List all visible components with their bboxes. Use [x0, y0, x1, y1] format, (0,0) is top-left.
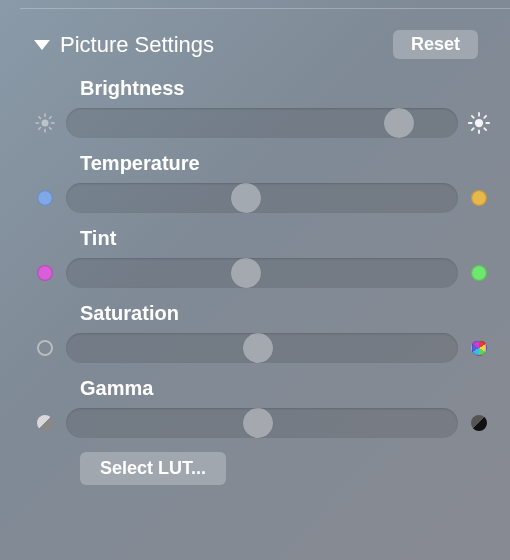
svg-line-5 [39, 117, 41, 119]
brightness-control: Brightness [20, 77, 490, 138]
svg-line-17 [484, 116, 486, 118]
brightness-slider[interactable] [66, 108, 458, 138]
gamma-label: Gamma [80, 377, 490, 400]
svg-line-15 [484, 128, 486, 130]
section-title: Picture Settings [60, 32, 385, 58]
saturation-control: Saturation [20, 302, 490, 363]
brightness-slider-thumb[interactable] [384, 108, 414, 138]
lut-row: Select LUT... [20, 452, 490, 485]
section-header: Picture Settings Reset [20, 30, 490, 59]
divider-line [20, 8, 510, 9]
svg-line-6 [50, 128, 52, 130]
gamma-control: Gamma [20, 377, 490, 438]
green-dot-icon [468, 262, 490, 284]
temperature-control: Temperature [20, 152, 490, 213]
temperature-slider[interactable] [66, 183, 458, 213]
gamma-slider[interactable] [66, 408, 458, 438]
gray-dot-icon [34, 337, 56, 359]
svg-point-9 [475, 119, 483, 127]
tint-control: Tint [20, 227, 490, 288]
saturation-slider-thumb[interactable] [243, 333, 273, 363]
temperature-label: Temperature [80, 152, 490, 175]
tint-label: Tint [80, 227, 490, 250]
warm-dot-icon [468, 187, 490, 209]
svg-point-0 [42, 120, 49, 127]
gamma-light-icon [34, 412, 56, 434]
svg-line-7 [39, 128, 41, 130]
svg-line-16 [472, 128, 474, 130]
dim-sun-icon [34, 112, 56, 134]
bright-sun-icon [468, 112, 490, 134]
saturation-label: Saturation [80, 302, 490, 325]
temperature-slider-thumb[interactable] [231, 183, 261, 213]
saturation-slider[interactable] [66, 333, 458, 363]
magenta-dot-icon [34, 262, 56, 284]
gamma-dark-icon [468, 412, 490, 434]
picture-settings-panel: Picture Settings Reset Brightness [0, 0, 510, 485]
reset-button[interactable]: Reset [393, 30, 478, 59]
color-wheel-icon [468, 337, 490, 359]
select-lut-button[interactable]: Select LUT... [80, 452, 226, 485]
tint-slider[interactable] [66, 258, 458, 288]
gamma-slider-thumb[interactable] [243, 408, 273, 438]
svg-line-8 [50, 117, 52, 119]
cool-dot-icon [34, 187, 56, 209]
disclosure-triangle-icon[interactable] [34, 40, 50, 50]
svg-line-14 [472, 116, 474, 118]
tint-slider-thumb[interactable] [231, 258, 261, 288]
brightness-label: Brightness [80, 77, 490, 100]
